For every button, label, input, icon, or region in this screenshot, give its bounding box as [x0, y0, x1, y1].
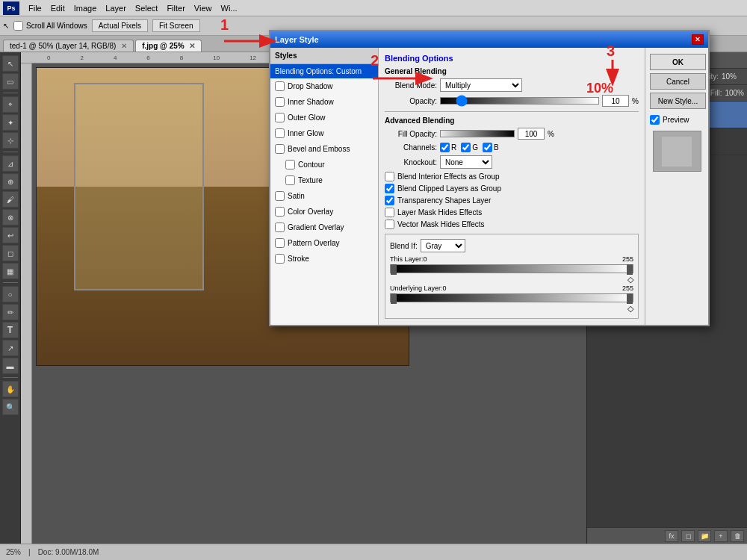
underlying-layer-right-handle[interactable] [627, 293, 633, 304]
fill-opacity-input[interactable] [518, 128, 545, 140]
blend-clipped-checkbox[interactable] [385, 184, 394, 193]
eyedropper-tool[interactable]: ⊿ [2, 155, 19, 172]
gradient-overlay-checkbox[interactable] [275, 223, 285, 232]
underlying-layer-slider[interactable] [390, 293, 633, 302]
style-item-bevel-emboss[interactable]: Bevel and Emboss [270, 141, 378, 157]
pattern-overlay-checkbox[interactable] [275, 238, 285, 248]
style-item-inner-shadow[interactable]: Inner Shadow [270, 94, 378, 110]
underlying-layer-left-handle[interactable] [391, 293, 397, 304]
menu-file[interactable]: File [24, 2, 46, 14]
gradient-tool[interactable]: ▦ [2, 263, 19, 279]
satin-checkbox[interactable] [275, 191, 285, 201]
preview-checkbox[interactable] [650, 115, 660, 125]
new-layer-button[interactable]: + [714, 530, 728, 542]
new-group-button[interactable]: 📁 [698, 530, 711, 542]
menu-image[interactable]: Image [69, 2, 102, 14]
pen-tool[interactable]: ✏ [2, 304, 19, 320]
history-brush-tool[interactable]: ↩ [2, 227, 19, 243]
contour-checkbox[interactable] [285, 160, 295, 169]
dialog-buttons-panel: OK Cancel New Style... Preview [645, 48, 708, 325]
knockout-select[interactable]: None Shallow Deep [440, 155, 492, 169]
style-item-color-overlay[interactable]: Color Overlay [270, 204, 378, 220]
drop-shadow-checkbox[interactable] [275, 81, 285, 91]
ok-button[interactable]: OK [650, 54, 706, 70]
fill-opacity-slider-track [440, 130, 515, 137]
actual-pixels-button[interactable]: Actual Pixels [92, 19, 148, 32]
channel-g-checkbox[interactable] [461, 143, 471, 152]
fit-screen-button[interactable]: Fit Screen [152, 19, 200, 32]
delete-layer-button[interactable]: 🗑 [731, 530, 744, 542]
layer-mask-button[interactable]: ◻ [681, 530, 695, 542]
cancel-button[interactable]: Cancel [650, 73, 706, 90]
style-item-gradient-overlay[interactable]: Gradient Overlay [270, 220, 378, 235]
menu-layer[interactable]: Layer [101, 2, 131, 14]
style-item-pattern-overlay[interactable]: Pattern Overlay [270, 235, 378, 251]
style-item-inner-glow[interactable]: Inner Glow [270, 125, 378, 141]
crop-tool[interactable]: ⊹ [2, 132, 19, 149]
outer-glow-checkbox[interactable] [275, 113, 285, 122]
brush-tool[interactable]: 🖌 [2, 191, 19, 208]
opacity-input[interactable] [602, 95, 629, 107]
clone-tool[interactable]: ⊗ [2, 209, 19, 225]
blend-mode-dropdown[interactable]: Multiply Normal Screen Overlay [440, 78, 522, 92]
hand-tool[interactable]: ✋ [2, 381, 19, 397]
style-item-blending-options[interactable]: Blending Options: Custom [270, 64, 378, 78]
inner-glow-checkbox[interactable] [275, 128, 285, 138]
fill-opacity-row: Fill Opacity: % [385, 128, 639, 140]
menu-edit[interactable]: Edit [46, 2, 69, 14]
zoom-tool[interactable]: 🔍 [2, 399, 19, 415]
path-selection-tool[interactable]: ↗ [2, 340, 19, 356]
dodge-tool[interactable]: ○ [2, 286, 19, 302]
menu-more[interactable]: Wi... [217, 2, 242, 14]
magic-wand-tool[interactable]: ✦ [2, 114, 19, 131]
channel-b-checkbox[interactable] [483, 143, 492, 152]
layer-mask-checkbox[interactable] [385, 208, 394, 217]
tool-separator-2 [3, 152, 18, 152]
scroll-all-checkbox-label[interactable]: Scroll All Windows [13, 21, 87, 31]
style-item-texture[interactable]: Texture [270, 172, 378, 188]
stroke-checkbox[interactable] [275, 254, 285, 264]
style-item-satin[interactable]: Satin [270, 188, 378, 204]
menu-view[interactable]: View [190, 2, 217, 14]
channel-r-label[interactable]: R [440, 143, 456, 152]
tab-fjpg[interactable]: f.jpg @ 25% ✕ [135, 40, 202, 52]
this-layer-right-handle[interactable] [627, 264, 633, 275]
transparency-shapes-checkbox[interactable] [385, 196, 394, 205]
color-overlay-checkbox[interactable] [275, 207, 285, 217]
layer-style-dialog: Layer Style ✕ Styles Blending Options: C… [269, 30, 710, 326]
bevel-emboss-checkbox[interactable] [275, 144, 285, 154]
ps-logo: Ps [3, 1, 19, 15]
channel-g-label[interactable]: G [461, 143, 478, 152]
move-tool[interactable]: ↖ [2, 55, 19, 72]
heal-tool[interactable]: ⊕ [2, 173, 19, 190]
blend-interior-checkbox[interactable] [385, 172, 394, 181]
dialog-close-button[interactable]: ✕ [692, 34, 704, 45]
this-layer-slider[interactable] [390, 264, 633, 273]
texture-checkbox[interactable] [285, 175, 295, 185]
styles-list-panel: Styles Blending Options: Custom Drop Sha… [270, 48, 379, 325]
inner-shadow-checkbox[interactable] [275, 97, 285, 107]
menu-select[interactable]: Select [131, 2, 163, 14]
layer-fx-button[interactable]: fx [665, 530, 678, 542]
tab-fjpg-close[interactable]: ✕ [189, 42, 195, 50]
scroll-all-checkbox[interactable] [13, 21, 23, 31]
style-item-stroke[interactable]: Stroke [270, 251, 378, 267]
vector-mask-checkbox[interactable] [385, 220, 394, 229]
type-tool[interactable]: T [2, 322, 19, 338]
tab-ted-close[interactable]: ✕ [121, 42, 127, 50]
menu-filter[interactable]: Filter [162, 2, 189, 14]
tab-ted[interactable]: ted-1 @ 50% (Layer 14, RGB/8) ✕ [3, 40, 134, 52]
lasso-tool[interactable]: ⌖ [2, 96, 19, 113]
marquee-tool[interactable]: ▭ [2, 73, 19, 90]
style-item-contour[interactable]: Contour [270, 157, 378, 172]
new-style-button[interactable]: New Style... [650, 93, 706, 109]
style-item-outer-glow[interactable]: Outer Glow [270, 110, 378, 125]
this-layer-left-handle[interactable] [391, 264, 397, 275]
style-item-drop-shadow[interactable]: Drop Shadow [270, 78, 378, 94]
shape-tool[interactable]: ▬ [2, 358, 19, 374]
blend-if-select[interactable]: Gray Red Green Blue [421, 239, 465, 252]
channel-r-checkbox[interactable] [440, 143, 450, 152]
eraser-tool[interactable]: ◻ [2, 245, 19, 261]
channel-b-label[interactable]: B [483, 143, 499, 152]
opacity-slider[interactable] [440, 97, 599, 105]
